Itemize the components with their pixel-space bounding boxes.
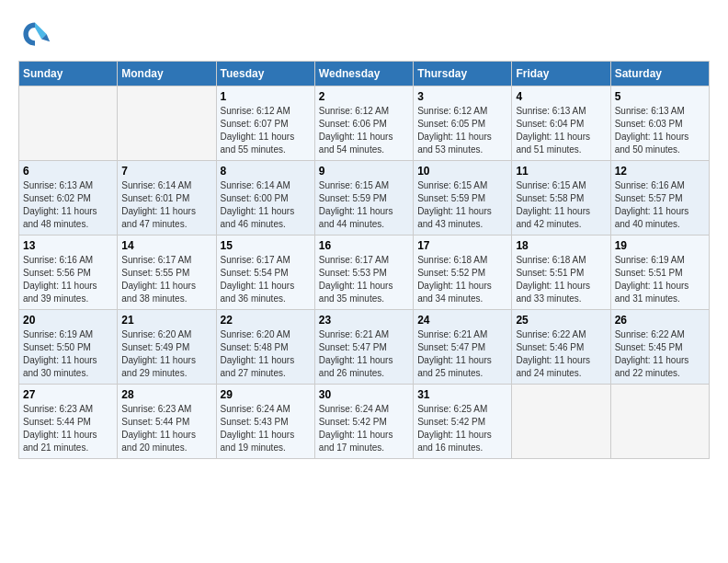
day-info: Sunrise: 6:13 AMSunset: 6:02 PMDaylight:… xyxy=(23,179,113,231)
day-info: Sunrise: 6:24 AMSunset: 5:43 PMDaylight:… xyxy=(221,403,311,454)
calendar-cell xyxy=(118,86,216,161)
day-number: 21 xyxy=(121,314,211,327)
calendar-cell: 11Sunrise: 6:15 AMSunset: 5:58 PMDayligh… xyxy=(512,161,610,236)
calendar-cell: 28Sunrise: 6:23 AMSunset: 5:44 PMDayligh… xyxy=(118,385,216,459)
calendar-week-2: 6Sunrise: 6:13 AMSunset: 6:02 PMDaylight… xyxy=(19,161,710,236)
day-info: Sunrise: 6:21 AMSunset: 5:47 PMDaylight:… xyxy=(319,328,409,380)
day-info: Sunrise: 6:14 AMSunset: 6:00 PMDaylight:… xyxy=(221,179,311,231)
day-info: Sunrise: 6:20 AMSunset: 5:49 PMDaylight:… xyxy=(121,328,211,380)
day-number: 11 xyxy=(516,165,606,178)
calendar-cell: 25Sunrise: 6:22 AMSunset: 5:46 PMDayligh… xyxy=(512,310,610,385)
calendar-cell xyxy=(19,86,118,161)
day-info: Sunrise: 6:13 AMSunset: 6:03 PMDaylight:… xyxy=(615,105,705,156)
day-number: 1 xyxy=(221,90,311,103)
calendar-cell: 19Sunrise: 6:19 AMSunset: 5:51 PMDayligh… xyxy=(610,236,709,310)
day-info: Sunrise: 6:25 AMSunset: 5:42 PMDaylight:… xyxy=(417,403,507,454)
day-info: Sunrise: 6:17 AMSunset: 5:53 PMDaylight:… xyxy=(319,254,409,305)
calendar-cell: 14Sunrise: 6:17 AMSunset: 5:55 PMDayligh… xyxy=(118,236,216,310)
day-header-friday: Friday xyxy=(512,62,610,86)
day-number: 6 xyxy=(23,165,113,178)
calendar-cell: 12Sunrise: 6:16 AMSunset: 5:57 PMDayligh… xyxy=(610,161,709,236)
day-number: 10 xyxy=(417,165,507,178)
calendar-cell: 9Sunrise: 6:15 AMSunset: 5:59 PMDaylight… xyxy=(314,161,413,236)
day-number: 22 xyxy=(221,314,311,327)
day-info: Sunrise: 6:24 AMSunset: 5:42 PMDaylight:… xyxy=(319,403,409,454)
calendar-cell: 6Sunrise: 6:13 AMSunset: 6:02 PMDaylight… xyxy=(19,161,118,236)
calendar-cell: 30Sunrise: 6:24 AMSunset: 5:42 PMDayligh… xyxy=(314,385,413,459)
day-number: 16 xyxy=(319,239,409,252)
calendar-cell: 5Sunrise: 6:13 AMSunset: 6:03 PMDaylight… xyxy=(610,86,709,161)
day-info: Sunrise: 6:19 AMSunset: 5:50 PMDaylight:… xyxy=(23,328,113,380)
day-info: Sunrise: 6:17 AMSunset: 5:55 PMDaylight:… xyxy=(121,254,211,305)
day-number: 9 xyxy=(319,165,409,178)
day-info: Sunrise: 6:15 AMSunset: 5:58 PMDaylight:… xyxy=(516,179,606,231)
logo-icon xyxy=(18,18,51,52)
calendar-cell: 20Sunrise: 6:19 AMSunset: 5:50 PMDayligh… xyxy=(19,310,118,385)
calendar-cell: 26Sunrise: 6:22 AMSunset: 5:45 PMDayligh… xyxy=(610,310,709,385)
day-header-saturday: Saturday xyxy=(610,62,709,86)
day-info: Sunrise: 6:19 AMSunset: 5:51 PMDaylight:… xyxy=(615,254,705,305)
day-number: 19 xyxy=(615,239,705,252)
day-number: 17 xyxy=(417,239,507,252)
calendar-cell: 1Sunrise: 6:12 AMSunset: 6:07 PMDaylight… xyxy=(216,86,314,161)
day-number: 2 xyxy=(319,90,409,103)
calendar-cell: 18Sunrise: 6:18 AMSunset: 5:51 PMDayligh… xyxy=(512,236,610,310)
day-number: 12 xyxy=(615,165,705,178)
day-number: 26 xyxy=(615,314,705,327)
calendar-cell: 31Sunrise: 6:25 AMSunset: 5:42 PMDayligh… xyxy=(414,385,512,459)
day-header-sunday: Sunday xyxy=(19,62,118,86)
calendar-table: SundayMondayTuesdayWednesdayThursdayFrid… xyxy=(18,61,710,459)
day-number: 20 xyxy=(23,314,113,327)
day-info: Sunrise: 6:23 AMSunset: 5:44 PMDaylight:… xyxy=(121,403,211,454)
day-info: Sunrise: 6:21 AMSunset: 5:47 PMDaylight:… xyxy=(417,328,507,380)
calendar-cell xyxy=(512,385,610,459)
day-info: Sunrise: 6:13 AMSunset: 6:04 PMDaylight:… xyxy=(516,105,606,156)
page-header xyxy=(18,18,710,52)
calendar-cell: 27Sunrise: 6:23 AMSunset: 5:44 PMDayligh… xyxy=(19,385,118,459)
calendar-cell: 8Sunrise: 6:14 AMSunset: 6:00 PMDaylight… xyxy=(216,161,314,236)
day-number: 23 xyxy=(319,314,409,327)
day-number: 28 xyxy=(121,388,211,401)
calendar-week-1: 1Sunrise: 6:12 AMSunset: 6:07 PMDaylight… xyxy=(19,86,710,161)
calendar-cell: 24Sunrise: 6:21 AMSunset: 5:47 PMDayligh… xyxy=(414,310,512,385)
day-number: 3 xyxy=(417,90,507,103)
day-info: Sunrise: 6:12 AMSunset: 6:06 PMDaylight:… xyxy=(319,105,409,156)
day-number: 8 xyxy=(221,165,311,178)
day-header-wednesday: Wednesday xyxy=(314,62,413,86)
calendar-cell: 10Sunrise: 6:15 AMSunset: 5:59 PMDayligh… xyxy=(414,161,512,236)
day-info: Sunrise: 6:22 AMSunset: 5:45 PMDaylight:… xyxy=(615,328,705,380)
day-number: 13 xyxy=(23,239,113,252)
calendar-cell: 3Sunrise: 6:12 AMSunset: 6:05 PMDaylight… xyxy=(414,86,512,161)
calendar-cell: 17Sunrise: 6:18 AMSunset: 5:52 PMDayligh… xyxy=(414,236,512,310)
calendar-cell: 29Sunrise: 6:24 AMSunset: 5:43 PMDayligh… xyxy=(216,385,314,459)
day-info: Sunrise: 6:15 AMSunset: 5:59 PMDaylight:… xyxy=(417,179,507,231)
day-info: Sunrise: 6:12 AMSunset: 6:07 PMDaylight:… xyxy=(221,105,311,156)
logo xyxy=(18,18,55,52)
calendar-cell xyxy=(610,385,709,459)
day-info: Sunrise: 6:15 AMSunset: 5:59 PMDaylight:… xyxy=(319,179,409,231)
calendar-week-3: 13Sunrise: 6:16 AMSunset: 5:56 PMDayligh… xyxy=(19,236,710,310)
day-info: Sunrise: 6:18 AMSunset: 5:51 PMDaylight:… xyxy=(516,254,606,305)
day-info: Sunrise: 6:16 AMSunset: 5:57 PMDaylight:… xyxy=(615,179,705,231)
day-number: 30 xyxy=(319,388,409,401)
calendar-cell: 21Sunrise: 6:20 AMSunset: 5:49 PMDayligh… xyxy=(118,310,216,385)
day-info: Sunrise: 6:14 AMSunset: 6:01 PMDaylight:… xyxy=(121,179,211,231)
day-number: 18 xyxy=(516,239,606,252)
day-header-thursday: Thursday xyxy=(414,62,512,86)
day-number: 24 xyxy=(417,314,507,327)
calendar-cell: 16Sunrise: 6:17 AMSunset: 5:53 PMDayligh… xyxy=(314,236,413,310)
day-number: 31 xyxy=(417,388,507,401)
day-number: 15 xyxy=(221,239,311,252)
day-info: Sunrise: 6:20 AMSunset: 5:48 PMDaylight:… xyxy=(221,328,311,380)
calendar-cell: 22Sunrise: 6:20 AMSunset: 5:48 PMDayligh… xyxy=(216,310,314,385)
day-info: Sunrise: 6:12 AMSunset: 6:05 PMDaylight:… xyxy=(417,105,507,156)
day-number: 7 xyxy=(121,165,211,178)
day-number: 29 xyxy=(221,388,311,401)
calendar-cell: 23Sunrise: 6:21 AMSunset: 5:47 PMDayligh… xyxy=(314,310,413,385)
calendar-cell: 7Sunrise: 6:14 AMSunset: 6:01 PMDaylight… xyxy=(118,161,216,236)
day-number: 5 xyxy=(615,90,705,103)
calendar-week-4: 20Sunrise: 6:19 AMSunset: 5:50 PMDayligh… xyxy=(19,310,710,385)
day-info: Sunrise: 6:17 AMSunset: 5:54 PMDaylight:… xyxy=(221,254,311,305)
calendar-week-5: 27Sunrise: 6:23 AMSunset: 5:44 PMDayligh… xyxy=(19,385,710,459)
calendar-cell: 13Sunrise: 6:16 AMSunset: 5:56 PMDayligh… xyxy=(19,236,118,310)
